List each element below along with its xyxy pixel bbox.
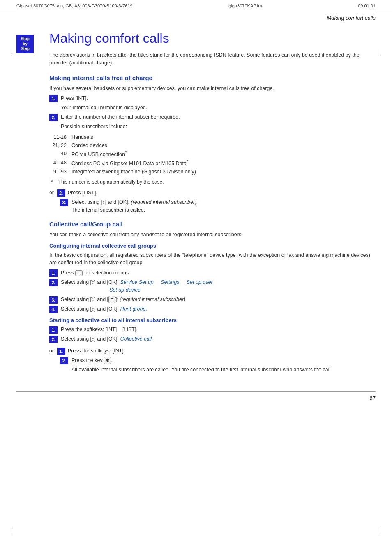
sub2-step-1: 1. Press the softkeys: [INT] [LIST].	[49, 326, 376, 334]
footer-bar: 27	[0, 392, 392, 405]
step-badge: Step by Step	[16, 35, 34, 53]
or-label-2: or	[49, 348, 54, 354]
header-bar: Gigaset 3070/3075isdn, GB, A31008-G3070-…	[0, 0, 392, 12]
section2-heading: Collective call/Group call	[49, 221, 376, 228]
sub-desc: Integrated answering machine (Gigaset 30…	[71, 168, 376, 176]
step-badge-line2: by	[19, 41, 31, 46]
link-hunt-group[interactable]: Hunt group	[120, 306, 146, 312]
step-badge-line3: Step	[19, 46, 31, 51]
step-row-1: 1. Press [INT].	[49, 94, 376, 102]
step-num-s1-4: 4.	[49, 306, 58, 313]
link-collective-call[interactable]: Collective call	[120, 336, 152, 342]
sub-desc: PC via USB connection*	[71, 150, 376, 159]
sub2-steps: 1. Press the softkeys: [INT] [LIST]. 2. …	[49, 326, 376, 343]
step-row-1b: Your internal call number is displayed.	[49, 104, 376, 112]
step-text-3: Select using [↕] and [OK]: (required int…	[71, 198, 198, 214]
step-row-2: 2. Enter the number of the internal subs…	[49, 113, 376, 121]
section1-intro: If you have several handsets or suppleme…	[49, 85, 376, 92]
step-num-s1-1: 1.	[49, 269, 58, 277]
sub2-heading: Starting a collective call to all intern…	[49, 317, 376, 323]
step-text-s1-1: Press ☰ for selection menus.	[61, 269, 130, 277]
list-item: 11-18 Handsets	[51, 133, 376, 141]
crop-mark-top-left	[12, 49, 12, 55]
step-text-or2: Press [LIST].	[68, 189, 97, 197]
italic-required: required internal subscriber	[133, 199, 195, 205]
or-label-1: or	[49, 190, 54, 196]
sub1-step-1: 1. Press ☰ for selection menus.	[49, 269, 376, 277]
header-left: Gigaset 3070/3075isdn, GB, A31008-G3070-…	[16, 3, 133, 8]
section1-heading: Making internal calls free of charge	[49, 74, 376, 81]
sub-num: 91-93	[51, 168, 67, 176]
step-row-3: 3. Select using [↕] and [OK]: (required …	[60, 198, 376, 214]
page-title: Making comfort calls	[49, 31, 376, 46]
step-badge-line1: Step	[19, 37, 31, 41]
step-num-or-s2-1: 1.	[57, 348, 65, 355]
step-row-2b: Possible subscribers include:	[49, 123, 376, 131]
step-num-s1-2: 2.	[49, 279, 58, 286]
step-text-or-s2-2: Press the key ✱.	[71, 357, 113, 364]
step-text-2b: Possible subscribers include:	[61, 123, 127, 131]
sub2-step-or-note: All available internal subscribers are c…	[60, 366, 376, 374]
crop-mark-top-right	[380, 49, 380, 55]
step-text-s1-2: Select using [↕] and [OK]: Service Set u…	[61, 279, 213, 294]
sub-desc: Corded devices	[71, 141, 376, 150]
grid-icon: ≣	[108, 296, 115, 304]
subscriber-list: 11-18 Handsets 21, 22 Corded devices 40 …	[49, 133, 376, 176]
or-group-2: or 1. Press the softkeys: [INT].	[49, 347, 376, 355]
list-item: 40 PC via USB connection*	[51, 150, 376, 159]
step-text-or-s2-1: Press the softkeys: [INT].	[68, 347, 125, 355]
step-text-or-note: All available internal subscribers are c…	[71, 366, 332, 374]
step-num-1: 1.	[49, 95, 58, 102]
header-filename: giga3070KAP.fm	[228, 3, 262, 8]
step-text-s1-3: Select using [↕] and [≣]: (required inte…	[61, 296, 187, 304]
list-item: 41-48 Cordless PC via Gigaset M101 Data …	[51, 159, 376, 168]
sub1-step-4: 4. Select using [↕] and [OK]: Hunt group…	[49, 305, 376, 313]
step-num-or-s2-2: 2.	[60, 357, 68, 364]
step-text-s2-1: Press the softkeys: [INT] [LIST].	[61, 326, 138, 334]
step-text-1b: Your internal call number is displayed.	[61, 104, 147, 112]
step-num-or2: 2.	[57, 189, 65, 197]
sub1-steps: 1. Press ☰ for selection menus. 2. Selec…	[49, 269, 376, 313]
crop-mark-bottom-right	[380, 529, 380, 534]
sub1-step-3: 3. Select using [↕] and [≣]: (required i…	[49, 296, 376, 304]
section-title-text: Making comfort calls	[327, 15, 376, 21]
step-badge-col: Step by Step	[16, 31, 45, 375]
step-num-3: 3.	[60, 199, 68, 206]
sub-desc: Cordless PC via Gigaset M101 Data or M10…	[71, 159, 376, 168]
sub-num: 40	[51, 150, 67, 159]
sub1-step-2: 2. Select using [↕] and [OK]: Service Se…	[49, 279, 376, 294]
step-text-s2-2: Select using [↕] and [OK]: Collective ca…	[61, 335, 153, 343]
crop-mark-bottom-left	[12, 529, 12, 534]
list-item: 21, 22 Corded devices	[51, 141, 376, 150]
page-number: 27	[370, 395, 376, 401]
page-wrapper: Gigaset 3070/3075isdn, GB, A31008-G3070-…	[0, 0, 392, 555]
step-text-1: Press [INT].	[61, 94, 88, 102]
link-service-setup[interactable]: Service Set up Settings Set up user Set …	[61, 279, 213, 293]
content-col: Making comfort calls The abbreviations i…	[45, 31, 376, 375]
asterisk-note: * This number is set up automatically by…	[49, 179, 376, 185]
step-num-s2-2: 2.	[49, 336, 58, 343]
sub-num: 41-48	[51, 159, 67, 168]
sub2-step-or2: 2. Press the key ✱.	[60, 357, 376, 364]
sub1-heading: Configuring internal collective call gro…	[49, 243, 376, 249]
step-text-2: Enter the number of the internal subscri…	[61, 113, 180, 121]
sub-desc: Handsets	[71, 133, 376, 141]
intro-text: The abbreviations in brackets after the …	[49, 51, 376, 67]
section1-steps: 1. Press [INT]. Your internal call numbe…	[49, 94, 376, 185]
step-num-2: 2.	[49, 114, 58, 121]
sub-num: 11-18	[51, 133, 67, 141]
list-item: 91-93 Integrated answering machine (Giga…	[51, 168, 376, 176]
step-num-s2-1: 1.	[49, 326, 58, 334]
section2-intro: You can make a collective call from any …	[49, 231, 376, 239]
menu-icon: ☰	[75, 270, 83, 276]
step-text-s1-4: Select using [↕] and [OK]: Hunt group.	[61, 305, 147, 313]
section-title-bar: Making comfort calls	[0, 12, 392, 23]
sub-num: 21, 22	[51, 141, 67, 150]
header-date: 09.01.01	[358, 3, 376, 8]
header-document-id: Gigaset 3070/3075isdn, GB, A31008-G3070-…	[16, 3, 133, 8]
sub1-intro: In the basic configuration, all register…	[49, 251, 376, 267]
main-content: Step by Step Making comfort calls The ab…	[0, 23, 392, 383]
step-num-s1-3: 3.	[49, 296, 58, 304]
sub2-step-2: 2. Select using [↕] and [OK]: Collective…	[49, 335, 376, 343]
star-key-icon: ✱	[104, 357, 111, 364]
